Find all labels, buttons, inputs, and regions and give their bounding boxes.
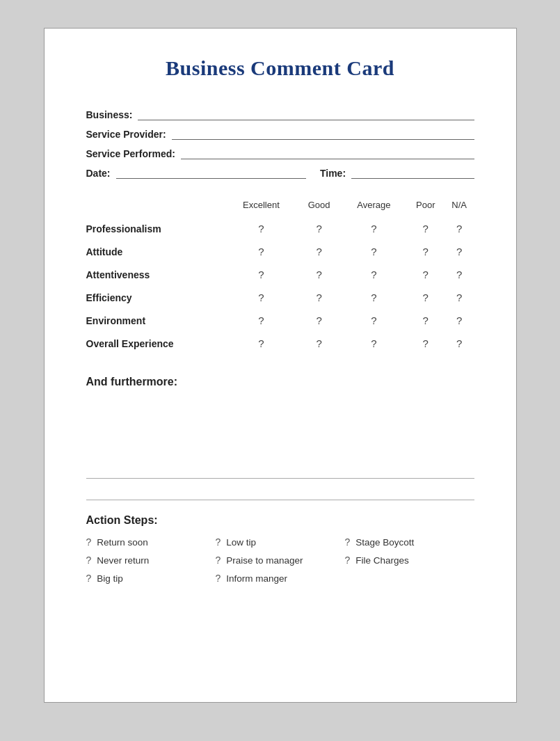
col-header-average: Average: [341, 200, 407, 217]
rating-cell[interactable]: ?: [407, 217, 445, 240]
rating-row: Attitude?????: [86, 240, 474, 263]
rating-table: Excellent Good Average Poor N/A Professi…: [86, 200, 474, 355]
rating-cell[interactable]: ?: [341, 217, 407, 240]
col-header-empty: [86, 200, 225, 217]
action-item[interactable]: ?Praise to manager: [216, 555, 345, 566]
rating-row-label: Environment: [86, 309, 225, 332]
rating-cell[interactable]: ?: [225, 263, 298, 286]
rating-row: Attentiveness?????: [86, 263, 474, 286]
rating-cell[interactable]: ?: [445, 286, 474, 309]
rating-cell[interactable]: ?: [407, 286, 445, 309]
rating-row: Overall Experience?????: [86, 332, 474, 355]
rating-row-label: Overall Experience: [86, 332, 225, 355]
date-time-row: Date: Time:: [86, 166, 474, 179]
rating-cell[interactable]: ?: [297, 309, 341, 332]
rating-cell[interactable]: ?: [297, 217, 341, 240]
action-item[interactable]: ?Stage Boycott: [345, 536, 474, 548]
action-grid: ?Return soon?Low tip?Stage Boycott?Never…: [86, 536, 474, 584]
action-item-label: Big tip: [97, 573, 123, 584]
rating-cell[interactable]: ?: [445, 263, 474, 286]
action-checkbox[interactable]: ?: [216, 555, 221, 566]
rating-cell[interactable]: ?: [225, 332, 298, 355]
service-performed-line[interactable]: [181, 147, 474, 159]
divider: [86, 500, 474, 500]
rating-cell[interactable]: ?: [297, 263, 341, 286]
time-line[interactable]: [351, 166, 474, 179]
action-item-label: File Charges: [355, 555, 409, 566]
time-group: Time:: [320, 166, 474, 179]
date-label: Date:: [86, 168, 111, 179]
rating-cell[interactable]: ?: [341, 332, 407, 355]
col-header-na: N/A: [445, 200, 474, 217]
date-group: Date:: [86, 166, 306, 179]
date-line[interactable]: [116, 166, 306, 179]
action-checkbox[interactable]: ?: [216, 573, 221, 584]
action-item[interactable]: ?Return soon: [86, 536, 216, 548]
action-item-label: Never return: [97, 555, 149, 566]
rating-cell[interactable]: ?: [445, 332, 474, 355]
action-item[interactable]: ?File Charges: [345, 555, 474, 566]
rating-cell[interactable]: ?: [445, 217, 474, 240]
rating-cell[interactable]: ?: [297, 286, 341, 309]
action-checkbox[interactable]: ?: [216, 536, 221, 548]
service-provider-field-row: Service Provider:: [86, 127, 474, 140]
action-steps-label: Action Steps:: [86, 514, 474, 527]
rating-row: Professionalism?????: [86, 217, 474, 240]
action-item-label: Praise to manager: [226, 555, 303, 566]
rating-cell[interactable]: ?: [341, 309, 407, 332]
rating-cell[interactable]: ?: [445, 240, 474, 263]
action-item[interactable]: ?Inform manger: [216, 573, 345, 584]
action-item[interactable]: ?Never return: [86, 555, 216, 566]
rating-cell[interactable]: ?: [341, 240, 407, 263]
rating-cell[interactable]: ?: [297, 240, 341, 263]
service-provider-line[interactable]: [172, 127, 474, 140]
business-label: Business:: [86, 109, 133, 120]
rating-row-label: Efficiency: [86, 286, 225, 309]
action-item[interactable]: [345, 573, 474, 584]
rating-cell[interactable]: ?: [407, 240, 445, 263]
service-performed-label: Service Performed:: [86, 148, 175, 159]
business-field-row: Business:: [86, 108, 474, 120]
action-item[interactable]: ?Big tip: [86, 573, 216, 584]
col-header-good: Good: [297, 200, 341, 217]
comments-area[interactable]: [86, 395, 474, 479]
rating-cell[interactable]: ?: [407, 332, 445, 355]
rating-row: Efficiency?????: [86, 286, 474, 309]
card-title: Business Comment Card: [86, 56, 474, 80]
action-item-label: Return soon: [97, 537, 148, 548]
action-item-label: Stage Boycott: [355, 537, 414, 548]
rating-cell[interactable]: ?: [297, 332, 341, 355]
rating-cell[interactable]: ?: [341, 286, 407, 309]
action-checkbox[interactable]: ?: [86, 555, 92, 566]
rating-cell[interactable]: ?: [407, 309, 445, 332]
rating-row-label: Professionalism: [86, 217, 225, 240]
action-item[interactable]: ?Low tip: [216, 536, 345, 548]
business-line[interactable]: [138, 108, 474, 120]
rating-cell[interactable]: ?: [407, 263, 445, 286]
action-item-label: Inform manger: [226, 573, 287, 584]
rating-cell[interactable]: ?: [341, 263, 407, 286]
col-header-excellent: Excellent: [225, 200, 298, 217]
rating-row: Environment?????: [86, 309, 474, 332]
rating-cell[interactable]: ?: [225, 286, 298, 309]
furthermore-label: And furthermore:: [86, 376, 474, 388]
action-checkbox[interactable]: ?: [86, 536, 92, 548]
action-checkbox[interactable]: ?: [345, 536, 351, 548]
rating-cell[interactable]: ?: [445, 309, 474, 332]
service-performed-field-row: Service Performed:: [86, 147, 474, 159]
rating-cell[interactable]: ?: [225, 309, 298, 332]
rating-row-label: Attitude: [86, 240, 225, 263]
rating-cell[interactable]: ?: [225, 217, 298, 240]
action-item-label: Low tip: [226, 537, 256, 548]
service-provider-label: Service Provider:: [86, 129, 166, 140]
time-label: Time:: [320, 168, 346, 179]
rating-row-label: Attentiveness: [86, 263, 225, 286]
rating-cell[interactable]: ?: [225, 240, 298, 263]
comment-card: Business Comment Card Business: Service …: [44, 28, 517, 703]
col-header-poor: Poor: [407, 200, 445, 217]
action-checkbox[interactable]: ?: [86, 573, 92, 584]
action-checkbox[interactable]: ?: [345, 555, 351, 566]
